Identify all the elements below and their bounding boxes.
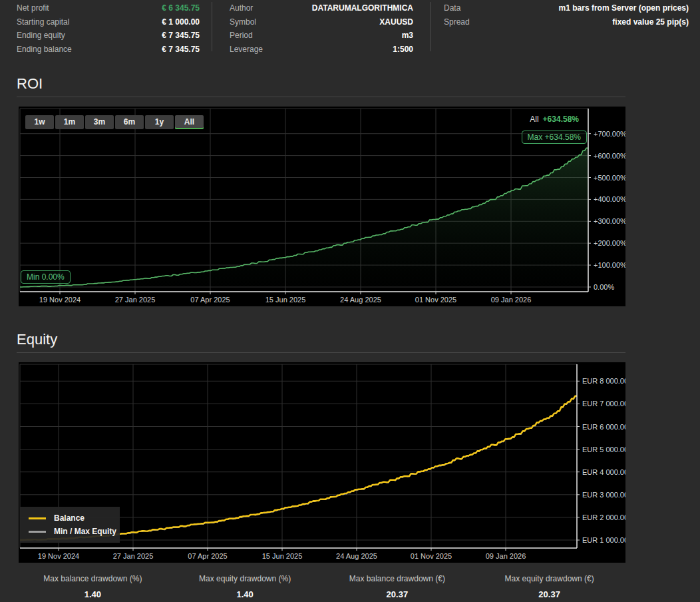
stat-row-leverage: Leverage1:500 bbox=[230, 43, 413, 57]
x-axis-label: 19 Nov 2024 bbox=[39, 296, 81, 304]
stat-value: € 7 345.75 bbox=[162, 31, 200, 40]
roi-chart[interactable]: 0.00%+100.00%+200.00%+300.00%+400.00%+50… bbox=[19, 107, 625, 306]
x-axis-label: 15 Jun 2025 bbox=[262, 552, 303, 560]
stat-row-net-profit: Net profit€ 6 345.75 bbox=[17, 1, 200, 15]
stat-label: Period bbox=[230, 31, 253, 40]
legend-line-swatch bbox=[29, 531, 46, 533]
equity-chart[interactable]: EUR 1 000.00EUR 2 000.00EUR 3 000.00EUR … bbox=[19, 362, 625, 563]
footer-stat-value: 20.37 bbox=[321, 589, 474, 599]
range-button-1w[interactable]: 1w bbox=[25, 115, 54, 129]
x-axis-label: 19 Nov 2024 bbox=[38, 552, 79, 560]
stat-row-data: Datam1 bars from Server (open prices) bbox=[444, 1, 689, 15]
legend-row-min-max-equity: Min / Max Equity bbox=[20, 525, 120, 538]
y-axis-label: +300.00% bbox=[594, 217, 625, 225]
axis-ticks bbox=[59, 381, 580, 551]
y-axis-label: EUR 7 000.00 bbox=[582, 400, 625, 408]
stat-row-author: AuthorDATARUMALGORITHMICA bbox=[230, 1, 413, 15]
roi-section-title: ROI bbox=[17, 75, 700, 93]
footer-stat-value: 1.40 bbox=[17, 589, 169, 599]
stat-label: Spread bbox=[444, 17, 470, 27]
roi-max-badge: Max +634.58% bbox=[522, 131, 587, 144]
column-divider bbox=[212, 2, 212, 51]
y-axis-label: +200.00% bbox=[594, 239, 625, 247]
stat-label: Ending balance bbox=[17, 45, 72, 54]
footer-stat-max-balance-drawdown: Max balance drawdown (€)20.37 bbox=[321, 574, 474, 599]
x-axis-label: 09 Jan 2026 bbox=[491, 296, 532, 304]
stat-label: Ending equity bbox=[17, 31, 65, 40]
range-button-1y[interactable]: 1y bbox=[145, 115, 174, 129]
summary-column-profit: Net profit€ 6 345.75Starting capital€ 1 … bbox=[17, 1, 200, 56]
roi-current-percent: +634.58% bbox=[543, 115, 579, 124]
y-axis-label: EUR 4 000.00 bbox=[582, 468, 625, 476]
equity-legend: BalanceMin / Max Equity bbox=[20, 507, 120, 543]
stat-label: Leverage bbox=[230, 45, 263, 54]
summary-stats: Net profit€ 6 345.75Starting capital€ 1 … bbox=[17, 0, 700, 56]
x-axis-label: 15 Jun 2025 bbox=[265, 296, 306, 304]
x-axis-label: 27 Jan 2025 bbox=[113, 552, 154, 560]
section-divider bbox=[17, 97, 625, 97]
stat-value: fixed value 25 pip(s) bbox=[612, 17, 689, 27]
roi-current-value: All+634.58% bbox=[530, 115, 579, 124]
y-axis-label: EUR 5 000.00 bbox=[582, 446, 625, 453]
summary-column-data: Datam1 bars from Server (open prices)Spr… bbox=[444, 1, 689, 56]
roi-area-fill bbox=[20, 148, 588, 287]
footer-stat-label: Max balance drawdown (€) bbox=[321, 574, 474, 583]
y-axis-label: +700.00% bbox=[594, 130, 625, 138]
roi-min-badge: Min 0.00% bbox=[21, 270, 71, 284]
y-axis-label: +500.00% bbox=[594, 174, 625, 182]
x-axis-label: 01 Nov 2025 bbox=[411, 552, 452, 560]
x-axis-label: 24 Aug 2025 bbox=[336, 552, 377, 560]
range-button-3m[interactable]: 3m bbox=[85, 115, 114, 129]
y-axis-label: EUR 6 000.00 bbox=[582, 423, 625, 431]
footer-stat-label: Max equity drawdown (%) bbox=[169, 574, 321, 583]
footer-stat-max-balance-drawdown: Max balance drawdown (%)1.40 bbox=[17, 574, 169, 599]
stat-label: Symbol bbox=[230, 17, 256, 27]
footer-stat-max-equity-drawdown: Max equity drawdown (%)1.40 bbox=[169, 574, 321, 599]
stat-label: Data bbox=[444, 3, 460, 13]
stat-label: Author bbox=[230, 3, 253, 13]
stat-value: € 7 345.75 bbox=[162, 45, 200, 54]
backtest-report: Net profit€ 6 345.75Starting capital€ 1 … bbox=[0, 0, 700, 599]
summary-column-instrument: AuthorDATARUMALGORITHMICASymbolXAUUSDPer… bbox=[230, 1, 413, 56]
equity-section-title: Equity bbox=[17, 331, 700, 348]
stat-value: 1:500 bbox=[393, 45, 413, 54]
y-axis-label: EUR 3 000.00 bbox=[582, 491, 625, 499]
x-axis-label: 09 Jan 2026 bbox=[486, 552, 526, 560]
x-axis-label: 01 Nov 2025 bbox=[415, 296, 456, 304]
column-divider bbox=[430, 2, 431, 51]
stat-value: DATARUMALGORITHMICA bbox=[312, 3, 413, 13]
footer-stats: Max balance drawdown (%)1.40Max equity d… bbox=[17, 574, 625, 599]
stat-value: XAUUSD bbox=[379, 17, 413, 27]
legend-label: Min / Max Equity bbox=[54, 527, 116, 536]
y-axis-label: +600.00% bbox=[594, 152, 625, 160]
stat-row-ending-equity: Ending equity€ 7 345.75 bbox=[17, 29, 200, 43]
x-axis-label: 27 Jan 2025 bbox=[115, 296, 156, 304]
stat-label: Net profit bbox=[17, 3, 49, 13]
stat-row-ending-balance: Ending balance€ 7 345.75 bbox=[17, 43, 200, 57]
footer-stat-value: 20.37 bbox=[473, 589, 625, 599]
x-axis-label: 07 Apr 2025 bbox=[188, 552, 227, 560]
legend-label: Balance bbox=[54, 513, 85, 523]
y-axis-label: EUR 8 000.00 bbox=[582, 377, 625, 385]
y-axis-label: +100.00% bbox=[594, 261, 625, 269]
roi-current-range-label: All bbox=[530, 115, 538, 124]
stat-value: m3 bbox=[402, 31, 413, 40]
x-axis-label: 07 Apr 2025 bbox=[190, 296, 230, 304]
range-button-1m[interactable]: 1m bbox=[55, 115, 84, 129]
legend-line-swatch bbox=[29, 517, 46, 519]
y-axis-label: +400.00% bbox=[594, 195, 625, 203]
y-axis-label: EUR 1 000.00 bbox=[582, 536, 625, 544]
stat-row-period: Periodm3 bbox=[230, 29, 413, 43]
stat-value: € 1 000.00 bbox=[162, 17, 200, 27]
range-button-all[interactable]: All bbox=[175, 115, 204, 129]
legend-row-balance: Balance bbox=[20, 511, 120, 525]
stat-value: € 6 345.75 bbox=[162, 3, 200, 13]
range-buttons: 1w1m3m6m1yAll bbox=[25, 115, 204, 129]
y-axis-label: 0.00% bbox=[594, 283, 614, 291]
footer-stat-label: Max balance drawdown (%) bbox=[17, 574, 169, 583]
stat-label: Starting capital bbox=[17, 17, 69, 27]
stat-row-symbol: SymbolXAUUSD bbox=[230, 15, 413, 29]
footer-stat-label: Max equity drawdown (€) bbox=[473, 574, 625, 583]
y-axis-label: EUR 2 000.00 bbox=[582, 513, 625, 521]
range-button-6m[interactable]: 6m bbox=[115, 115, 144, 129]
